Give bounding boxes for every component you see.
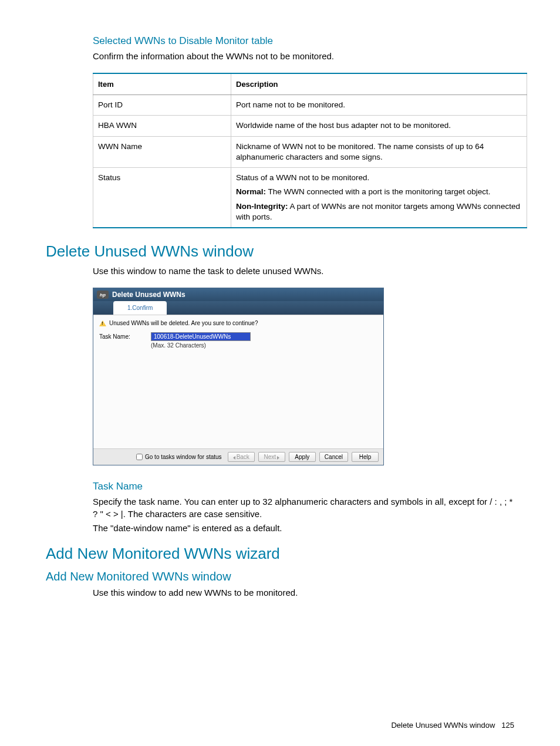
cancel-button[interactable]: Cancel: [319, 452, 348, 462]
cell-item: WWN Name: [93, 136, 231, 167]
task-name-hint: (Max. 32 Characters): [151, 342, 251, 349]
nonint-label: Non-Integrity:: [236, 202, 288, 211]
dialog-titlebar: hp Delete Unused WWNs: [93, 288, 383, 301]
cell-item: HBA WWN: [93, 116, 231, 136]
tab-confirm[interactable]: 1.Confirm: [113, 301, 167, 315]
intro-text: Use this window to add new WWNs to be mo…: [93, 587, 514, 599]
back-button[interactable]: Back: [228, 452, 255, 462]
cell-desc: Worldwide name of the host bus adapter n…: [231, 116, 527, 136]
wwn-table: Item Description Port ID Port name not t…: [93, 73, 527, 228]
footer-text: Delete Unused WWNs window: [391, 721, 495, 730]
cell-desc: Port name not to be monitored.: [231, 95, 527, 116]
cell-desc: Nickname of WWN not to be monitored. The…: [231, 136, 527, 167]
normal-text: The WWN connected with a port is the mon…: [266, 187, 490, 196]
table-row: WWN Name Nickname of WWN not to be monit…: [93, 136, 527, 167]
h1-delete-unused: Delete Unused WWNs window: [46, 242, 514, 261]
cell-item: Status: [93, 168, 231, 228]
dialog-title: Delete Unused WWNs: [112, 291, 185, 299]
chevron-left-icon: [233, 456, 235, 460]
table-row: Status Status of a WWN not to be monitor…: [93, 168, 527, 228]
dialog-body: Unused WWNs will be deleted. Are you sur…: [93, 315, 383, 448]
cell-desc: Status of a WWN not to be monitored. Nor…: [231, 168, 527, 228]
chevron-right-icon: [277, 456, 279, 460]
th-desc: Description: [231, 73, 527, 95]
warning-icon: [99, 320, 106, 326]
warning-text: Unused WWNs will be deleted. Are you sur…: [109, 320, 258, 326]
next-button[interactable]: Next: [258, 452, 285, 462]
dialog-tabstrip: 1.Confirm: [93, 301, 383, 315]
section-title: Task Name: [93, 481, 514, 492]
apply-button[interactable]: Apply: [289, 452, 316, 462]
h1-add-new-wizard: Add New Monitored WWNs wizard: [46, 545, 514, 563]
delete-unused-wwns-dialog: hp Delete Unused WWNs 1.Confirm Unused W…: [93, 288, 384, 465]
page-number: 125: [501, 721, 514, 730]
table-row: Port ID Port name not to be monitored.: [93, 95, 527, 116]
task-name-p2: The "date-window name" is entered as a d…: [93, 522, 514, 534]
page-footer: Delete Unused WWNs window 125: [391, 721, 514, 730]
status-line1: Status of a WWN not to be monitored.: [236, 173, 522, 183]
task-name-label: Task Name:: [99, 332, 137, 340]
goto-tasks-label: Go to tasks window for status: [145, 454, 222, 460]
task-name-input[interactable]: [151, 332, 251, 341]
table-row: HBA WWN Worldwide name of the host bus a…: [93, 116, 527, 136]
h2-add-new-window: Add New Monitored WWNs window: [46, 570, 514, 583]
hp-logo-icon: hp: [97, 291, 109, 299]
intro-text: Use this window to name the task to dele…: [93, 265, 514, 277]
dialog-footer: Go to tasks window for status Back Next …: [93, 448, 383, 465]
help-button[interactable]: Help: [352, 452, 379, 462]
task-name-p1: Specify the task name. You can enter up …: [93, 496, 514, 520]
cell-item: Port ID: [93, 95, 231, 116]
th-item: Item: [93, 73, 231, 95]
normal-label: Normal:: [236, 187, 266, 196]
intro-text: Confirm the information about the WWNs n…: [93, 50, 514, 62]
goto-tasks-checkbox[interactable]: [136, 454, 143, 460]
section-title: Selected WWNs to Disable Monitor table: [93, 35, 514, 47]
